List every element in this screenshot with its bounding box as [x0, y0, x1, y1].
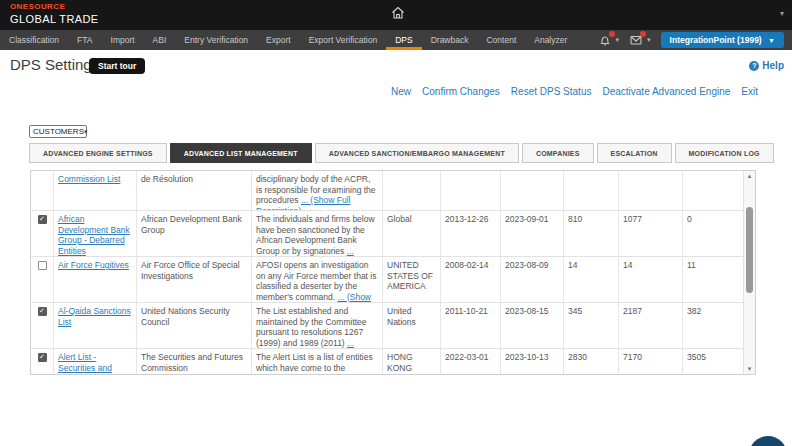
notifications-caret-icon[interactable]: ▾	[616, 36, 620, 44]
nav-item[interactable]: Export Verification	[300, 30, 387, 50]
nav-item-label: ABI	[153, 35, 167, 45]
topbar-dropdown-icon[interactable]: ▾	[780, 9, 784, 18]
nav-item[interactable]: Export	[257, 30, 300, 50]
description-cell: The Alert List is a list of entities whi…	[252, 349, 383, 375]
scroll-up-icon[interactable]: ▲	[744, 173, 755, 179]
account-menu-button[interactable]: IntegrationPoint (1999) ▼	[661, 32, 784, 48]
list-name-cell: Alert List - Securities and Futures Comm…	[54, 349, 137, 375]
settings-tab[interactable]: ESCALATION	[597, 143, 672, 163]
nav-item-label: Analyzer	[534, 35, 567, 45]
nav-item[interactable]: Content	[477, 30, 525, 50]
nav-item[interactable]: FTA	[68, 30, 101, 50]
table-scrollbar[interactable]: ▲ ▼	[743, 171, 755, 374]
settings-tab[interactable]: ADVANCED ENGINE SETTINGS	[29, 143, 167, 163]
header-action-link[interactable]: New	[391, 86, 411, 97]
table-row: African Development Bank Group - Debarre…	[31, 211, 744, 257]
count3-cell	[683, 171, 744, 210]
description-text: The Alert List is a list of entities whi…	[256, 352, 373, 375]
messages-badge	[640, 31, 646, 37]
page-title: DPS Settings	[10, 56, 99, 73]
organization-cell: de Résolution	[137, 171, 252, 210]
count3-cell: 0	[683, 211, 744, 256]
customers-select-value: CUSTOMERS	[33, 127, 84, 136]
nav-item-label: FTA	[77, 35, 92, 45]
count1-cell: 14	[564, 257, 619, 302]
date-updated-cell: 2023-10-13	[501, 349, 564, 375]
checkbox-cell	[31, 303, 54, 348]
nav-item[interactable]: DPS	[386, 30, 421, 50]
table-row: Commission List de Résolution disciplina…	[31, 171, 744, 211]
nav-items: Classification FTA Import ABI Entry Veri…	[0, 30, 576, 50]
date-updated-cell	[501, 171, 564, 210]
list-name-link[interactable]: African Development Bank Group - Debarre…	[58, 214, 130, 256]
notifications-bell-icon[interactable]	[598, 33, 612, 47]
settings-tabs: ADVANCED ENGINE SETTINGS ADVANCED LIST M…	[29, 143, 774, 163]
list-name-link[interactable]: Air Force Fugitives	[58, 260, 129, 270]
settings-tab[interactable]: ADVANCED LIST MANAGEMENT	[170, 143, 312, 163]
checkbox-cell	[31, 349, 54, 375]
customers-select[interactable]: CUSTOMERS ▾	[29, 125, 87, 138]
active-nav-underline	[386, 47, 421, 50]
header-action-link[interactable]: Reset DPS Status	[511, 86, 592, 97]
scrollbar-thumb[interactable]	[746, 207, 753, 293]
settings-tab[interactable]: COMPANIES	[522, 143, 594, 163]
header-action-link[interactable]: Confirm Changes	[422, 86, 500, 97]
organization-cell: United Nations Security Council	[137, 303, 252, 348]
nav-item[interactable]: ABI	[144, 30, 176, 50]
settings-tab[interactable]: ADVANCED SANCTION/EMBARGO MANAGEMENT	[315, 143, 519, 163]
action-links-bar: New Confirm Changes Reset DPS Status Dea…	[391, 86, 758, 97]
help-icon: ?	[749, 61, 759, 71]
list-name-link[interactable]: Commission List	[58, 174, 120, 184]
navbar-right: ▾ ▾ IntegrationPoint (1999) ▼	[598, 30, 788, 50]
nav-item[interactable]: Analyzer	[525, 30, 576, 50]
date-listed-cell: 2011-10-21	[441, 303, 501, 348]
dps-settings-screen: ONESOURCE GLOBAL TRADE ▾ Classification …	[0, 0, 792, 446]
organization-cell: The Securities and Futures Commission	[137, 349, 252, 375]
region-cell	[383, 171, 441, 210]
nav-item-label: Drawback	[431, 35, 469, 45]
list-name-link[interactable]: Alert List - Securities and Futures Comm…	[58, 352, 127, 375]
home-icon[interactable]	[390, 5, 406, 21]
count2-cell: 7170	[619, 349, 683, 375]
table-row: Air Force Fugitives Air Force Office of …	[31, 257, 744, 303]
nav-item-label: Classification	[9, 35, 59, 45]
date-updated-cell: 2023-08-15	[501, 303, 564, 348]
messages-envelope-icon[interactable]	[629, 33, 643, 47]
scroll-down-icon[interactable]: ▼	[744, 366, 755, 372]
date-listed-cell	[441, 171, 501, 210]
nav-item[interactable]: Classification	[0, 30, 68, 50]
list-name-cell: African Development Bank Group - Debarre…	[54, 211, 137, 256]
brand-global-trade: GLOBAL TRADE	[10, 14, 99, 25]
brand-logo: ONESOURCE GLOBAL TRADE	[10, 3, 99, 25]
region-cell: Global	[383, 211, 441, 256]
row-checkbox[interactable]	[38, 353, 47, 362]
count1-cell: 2830	[564, 349, 619, 375]
count2-cell: 2187	[619, 303, 683, 348]
nav-item-label: Import	[111, 35, 135, 45]
description-cell: AFOSI opens an investigation on any Air …	[252, 257, 383, 302]
nav-item[interactable]: Entry Verification	[175, 30, 257, 50]
nav-item-label: Export Verification	[309, 35, 378, 45]
nav-item[interactable]: Import	[102, 30, 144, 50]
count2-cell: 14	[619, 257, 683, 302]
select-caret-icon: ▾	[84, 128, 88, 136]
row-checkbox[interactable]	[38, 261, 47, 270]
table-rows: Commission List de Résolution disciplina…	[31, 171, 744, 375]
account-menu-label: IntegrationPoint (1999)	[670, 35, 762, 45]
messages-caret-icon[interactable]: ▾	[647, 36, 651, 44]
nav-item[interactable]: Drawback	[422, 30, 478, 50]
organization-cell: Air Force Office of Special Investigatio…	[137, 257, 252, 302]
count3-cell: 11	[683, 257, 744, 302]
region-cell: HONG KONG	[383, 349, 441, 375]
row-checkbox[interactable]	[38, 307, 47, 316]
list-name-cell: Air Force Fugitives	[54, 257, 137, 302]
list-name-link[interactable]: Al-Qaida Sanctions List	[58, 306, 131, 327]
help-link[interactable]: ? Help	[749, 60, 784, 71]
feedback-bubble-button[interactable]	[749, 436, 787, 446]
header-action-link[interactable]: Deactivate Advanced Engine	[602, 86, 730, 97]
checkbox-cell	[31, 257, 54, 302]
settings-tab[interactable]: MODIFICATION LOG	[675, 143, 774, 163]
row-checkbox[interactable]	[38, 215, 47, 224]
start-tour-button[interactable]: Start tour	[89, 58, 145, 74]
header-action-link[interactable]: Exit	[741, 86, 758, 97]
